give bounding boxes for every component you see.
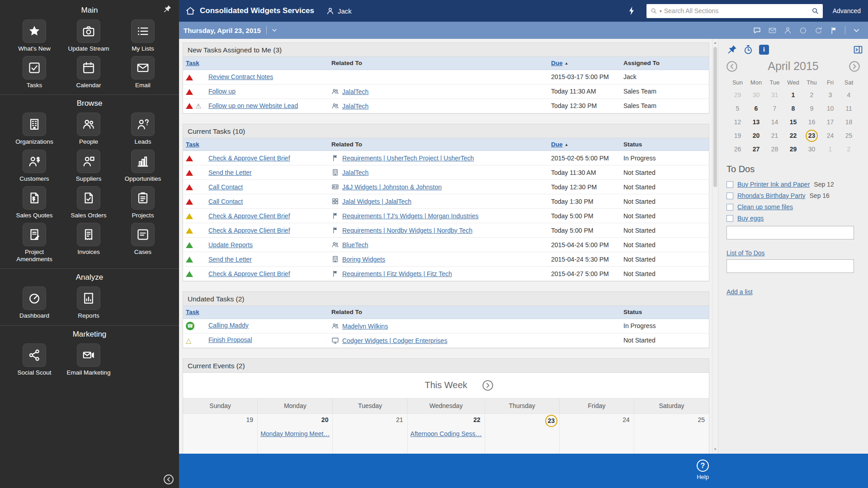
todo-link[interactable]: Clean up some files [737,203,793,211]
event-link[interactable]: Afternoon Coding Sess… [410,430,482,437]
calendar-day[interactable]: 2 [802,88,821,102]
main-scrollbar[interactable]: ▲ ▼ [712,39,718,454]
next-month-icon[interactable] [848,60,861,73]
calendar-day[interactable]: 21 [765,129,784,142]
week-cell[interactable]: 25 [634,413,709,454]
scroll-up-icon[interactable]: ▲ [712,40,718,46]
pin-sidebar-icon[interactable] [163,5,172,14]
calendar-day[interactable]: 17 [821,115,840,129]
collapse-sidebar-button[interactable] [163,474,175,485]
task-link[interactable]: Check & Approve Client Brief [208,227,290,234]
sidebar-item-leads[interactable]: Leads [116,113,170,145]
calendar-day[interactable]: 2 [840,142,858,156]
flag-icon[interactable] [830,26,838,35]
calendar-day[interactable]: 6 [747,102,765,115]
related-to-link[interactable]: JalalTech [342,103,368,110]
column-header-task[interactable]: Task [186,141,199,148]
related-to-link[interactable]: Requirements | TJ's Widgets | Morgan Ind… [342,212,478,220]
week-cell[interactable]: 21 [333,413,407,454]
calendar-day[interactable]: 3 [821,88,840,102]
dock-panel-icon[interactable] [853,44,863,55]
calendar-day[interactable]: 12 [728,115,747,129]
related-to-link[interactable]: Madelyn Wilkins [342,323,388,330]
column-header-related-to[interactable]: Related To [331,309,362,315]
todo-list-link[interactable]: List of To Dos [726,249,765,257]
event-link[interactable]: Monday Morning Meet… [260,430,330,437]
search-scope-caret-icon[interactable]: ▾ [660,9,662,14]
related-to-link[interactable]: JalalTech [342,169,368,176]
related-to-link[interactable]: Codger Widgets | Codger Enterprises [342,337,447,344]
calendar-day[interactable]: 13 [747,115,765,129]
column-header-task[interactable]: Task [186,60,199,66]
calendar-today[interactable]: 23 [802,129,821,142]
sidebar-item-social-scout[interactable]: Social Scout [7,343,61,376]
task-link[interactable]: Check & Approve Client Brief [208,212,290,220]
lightning-icon[interactable] [627,6,637,16]
user-chip[interactable]: Jack [326,7,352,15]
calendar-day[interactable]: 25 [840,129,858,142]
calendar-day[interactable]: 22 [784,129,802,142]
sidebar-item-people[interactable]: People [61,113,116,145]
calendar-day[interactable]: 1 [784,88,802,102]
sidebar-item-my-lists[interactable]: My Lists [116,19,170,52]
calendar-day[interactable]: 29 [728,88,747,102]
calendar-day[interactable]: 19 [728,129,747,142]
refresh-icon[interactable] [814,26,823,35]
week-cell[interactable]: 24 [560,413,634,454]
task-link[interactable]: Follow up on new Website Lead [208,102,298,109]
sidebar-item-suppliers[interactable]: Suppliers [61,150,116,183]
task-link[interactable]: Calling Maddy [208,322,249,329]
sidebar-item-customers[interactable]: Customers [7,150,61,183]
column-header-task[interactable]: Task [186,309,199,315]
calendar-day[interactable]: 18 [840,115,858,129]
task-link[interactable]: Update Reports [208,241,253,249]
calendar-day[interactable]: 29 [784,142,802,156]
sidebar-item-email[interactable]: Email [116,56,170,89]
column-header-assigned-to[interactable]: Assigned To [623,60,660,66]
calendar-day[interactable]: 26 [728,142,747,156]
todo-link[interactable]: Rhonda's Birthday Party [737,192,806,199]
related-to-link[interactable]: JalalTech [342,88,368,95]
week-cell[interactable]: 22Afternoon Coding Sess… [408,413,485,454]
task-link[interactable]: Check & Approve Client Brief [208,270,290,277]
calendar-day[interactable]: 20 [747,129,765,142]
calendar-day[interactable]: 15 [784,115,802,129]
pin-panel-icon[interactable] [726,44,737,55]
sidebar-item-sales-orders[interactable]: Sales Orders [61,186,116,219]
date-dropdown-icon[interactable] [271,27,278,34]
calendar-day[interactable]: 7 [765,102,784,115]
column-header-status[interactable]: Status [623,309,642,315]
sidebar-item-reports[interactable]: Reports [61,286,116,319]
todo-checkbox[interactable] [726,215,733,222]
task-link[interactable]: Finish Proposal [208,336,252,343]
related-to-link[interactable]: Requirements | Nordby Widgets | Nordby T… [342,227,472,234]
sidebar-item-dashboard[interactable]: Dashboard [7,286,61,319]
todo-link[interactable]: Buy eggs [737,215,764,222]
sidebar-item-calendar[interactable]: Calendar [61,56,116,89]
calendar-day[interactable]: 30 [802,142,821,156]
calendar-day[interactable]: 24 [821,129,840,142]
column-header-due[interactable]: Due [551,141,563,148]
help-button[interactable]: ? Help [697,460,709,480]
related-to-link[interactable]: J&J Widgets | Johnston & Johnston [342,183,442,191]
search-scope-icon[interactable] [650,7,657,14]
todo-checkbox[interactable] [726,192,733,199]
new-todo-input[interactable] [726,226,854,239]
week-cell[interactable]: 20Monday Morning Meet… [258,413,333,454]
task-link[interactable]: Send the Letter [208,256,252,263]
task-link[interactable]: Send the Letter [208,169,252,176]
calendar-day[interactable]: 14 [765,115,784,129]
advanced-search-link[interactable]: Advanced [833,7,861,14]
sidebar-item-projects[interactable]: Projects [116,186,170,219]
sidebar-item-tasks[interactable]: Tasks [7,56,61,89]
calendar-day[interactable]: 28 [765,142,784,156]
calendar-day[interactable]: 9 [802,102,821,115]
task-link[interactable]: Check & Approve Client Brief [208,155,290,162]
calendar-day[interactable]: 4 [840,88,858,102]
sidebar-item-organizations[interactable]: Organizations [7,113,61,145]
column-header-due[interactable]: Due [551,60,563,66]
calendar-day[interactable]: 10 [821,102,840,115]
week-cell[interactable]: 23 [485,413,560,454]
related-to-link[interactable]: Boring Widgets [342,256,385,263]
prev-month-icon[interactable] [726,60,738,73]
